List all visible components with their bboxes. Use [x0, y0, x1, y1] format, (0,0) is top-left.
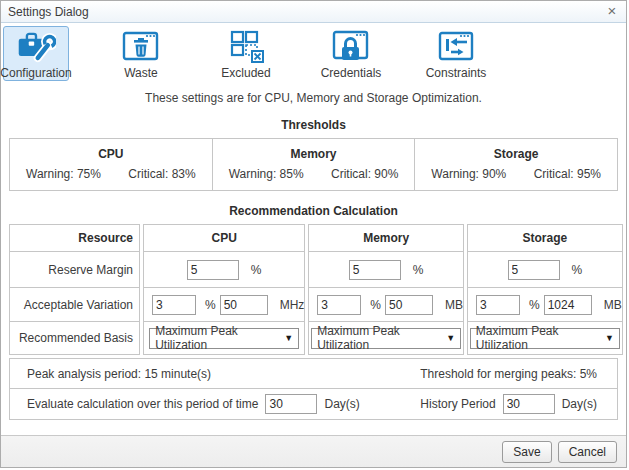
chevron-down-icon: ▼: [605, 333, 614, 343]
merge-threshold-text: Threshold for merging peaks: 5%: [420, 367, 597, 381]
memory-column: Memory % % MB Maximum Peak Utilization ▼: [308, 224, 464, 355]
memory-reserve-margin-input[interactable]: [349, 260, 401, 280]
threshold-memory-critical: Critical: 90%: [331, 167, 398, 181]
tab-waste-label: Waste: [124, 66, 158, 80]
tab-credentials[interactable]: Credentials: [318, 26, 384, 81]
thresholds-title: Thresholds: [1, 118, 626, 132]
peak-analysis-text: Peak analysis period: 15 minute(s): [27, 367, 211, 381]
threshold-cpu-critical: Critical: 83%: [128, 167, 195, 181]
recommended-basis-label: Recommended Basis: [10, 321, 139, 354]
lock-window-icon: [331, 29, 371, 65]
tab-excluded[interactable]: Excluded: [213, 26, 279, 81]
constraints-arrows-icon: [436, 29, 476, 65]
threshold-memory-warning: Warning: 85%: [229, 167, 304, 181]
cpu-variation-abs-input[interactable]: [220, 295, 268, 315]
memory-variation-percent-input[interactable]: [317, 295, 361, 315]
memory-header: Memory: [309, 225, 463, 251]
threshold-cpu-warning: Warning: 75%: [26, 167, 101, 181]
storage-header: Storage: [468, 225, 622, 251]
chevron-down-icon: ▼: [284, 333, 293, 343]
evaluate-period-label: Evaluate calculation over this period of…: [27, 397, 258, 411]
acceptable-variation-label: Acceptable Variation: [10, 287, 139, 321]
resource-header: Resource: [10, 225, 139, 251]
recommendation-table: Resource Reserve Margin Acceptable Varia…: [9, 224, 618, 420]
cpu-variation-percent-unit: %: [205, 298, 216, 312]
threshold-storage-name: Storage: [415, 147, 617, 161]
threshold-memory-name: Memory: [213, 147, 415, 161]
close-icon[interactable]: ×: [604, 3, 620, 19]
storage-variation-percent-input[interactable]: [476, 295, 520, 315]
reserve-margin-label: Reserve Margin: [10, 251, 139, 287]
storage-variation-abs-input[interactable]: [544, 295, 592, 315]
cancel-button[interactable]: Cancel: [558, 441, 617, 463]
tab-excluded-label: Excluded: [221, 66, 270, 80]
save-button[interactable]: Save: [502, 441, 551, 463]
memory-reserve-unit: %: [413, 263, 424, 277]
cpu-variation-percent-input[interactable]: [152, 295, 196, 315]
cpu-basis-value: Maximum Peak Utilization: [155, 324, 284, 352]
cpu-variation-abs-unit: MHz: [280, 298, 305, 312]
cpu-reserve-margin-input[interactable]: [187, 260, 239, 280]
dialog-title: Settings Dialog: [8, 5, 89, 19]
storage-reserve-margin-input[interactable]: [508, 260, 560, 280]
storage-variation-abs-unit: MB: [604, 298, 622, 312]
storage-basis-dropdown[interactable]: Maximum Peak Utilization ▼: [470, 328, 620, 349]
storage-reserve-unit: %: [572, 263, 583, 277]
threshold-storage-warning: Warning: 90%: [431, 167, 506, 181]
tab-bar: Configuration Waste: [1, 23, 626, 83]
memory-variation-abs-input[interactable]: [385, 295, 433, 315]
storage-basis-value: Maximum Peak Utilization: [476, 324, 605, 352]
tab-constraints[interactable]: Constraints: [423, 26, 489, 81]
cpu-column: CPU % % MHz Maximum Peak Utilization ▼: [143, 224, 305, 355]
memory-basis-value: Maximum Peak Utilization: [317, 324, 446, 352]
history-period-label: History Period: [420, 397, 495, 411]
storage-variation-percent-unit: %: [529, 298, 540, 312]
threshold-cpu-name: CPU: [10, 147, 212, 161]
resource-column: Resource Reserve Margin Acceptable Varia…: [9, 224, 140, 355]
storage-column: Storage % % MB Maximum Peak Utilization …: [467, 224, 623, 355]
trash-window-icon: [121, 29, 161, 65]
cpu-header: CPU: [144, 225, 304, 251]
excluded-grid-icon: [226, 29, 266, 65]
memory-variation-abs-unit: MB: [445, 298, 463, 312]
cpu-reserve-unit: %: [251, 263, 262, 277]
memory-basis-dropdown[interactable]: Maximum Peak Utilization ▼: [311, 328, 461, 349]
evaluate-period-input[interactable]: [265, 394, 317, 414]
history-period-unit: Day(s): [562, 397, 597, 411]
threshold-cpu: CPU Warning: 75% Critical: 83%: [10, 139, 212, 190]
footer-bar: Save Cancel: [1, 435, 626, 467]
thresholds-box: CPU Warning: 75% Critical: 83% Memory Wa…: [9, 138, 618, 191]
tab-waste[interactable]: Waste: [108, 26, 174, 81]
intro-text: These settings are for CPU, Memory and S…: [1, 91, 626, 105]
evaluate-period-unit: Day(s): [324, 397, 359, 411]
recommendation-title: Recommendation Calculation: [1, 204, 626, 218]
settings-dialog: Settings Dialog × Configuration: [0, 0, 627, 468]
history-period-input[interactable]: [503, 394, 555, 414]
recommendation-footer-box: Peak analysis period: 15 minute(s) Thres…: [9, 358, 618, 420]
threshold-memory: Memory Warning: 85% Critical: 90%: [212, 139, 415, 190]
toolbox-wrench-icon: [16, 29, 56, 65]
chevron-down-icon: ▼: [446, 333, 455, 343]
tab-configuration-label: Configuration: [0, 66, 71, 80]
tab-configuration[interactable]: Configuration: [3, 26, 69, 81]
threshold-storage-critical: Critical: 95%: [534, 167, 601, 181]
tab-constraints-label: Constraints: [426, 66, 487, 80]
tab-credentials-label: Credentials: [321, 66, 382, 80]
cpu-basis-dropdown[interactable]: Maximum Peak Utilization ▼: [149, 328, 299, 349]
memory-variation-percent-unit: %: [370, 298, 381, 312]
titlebar: Settings Dialog ×: [1, 1, 626, 23]
threshold-storage: Storage Warning: 90% Critical: 95%: [414, 139, 617, 190]
